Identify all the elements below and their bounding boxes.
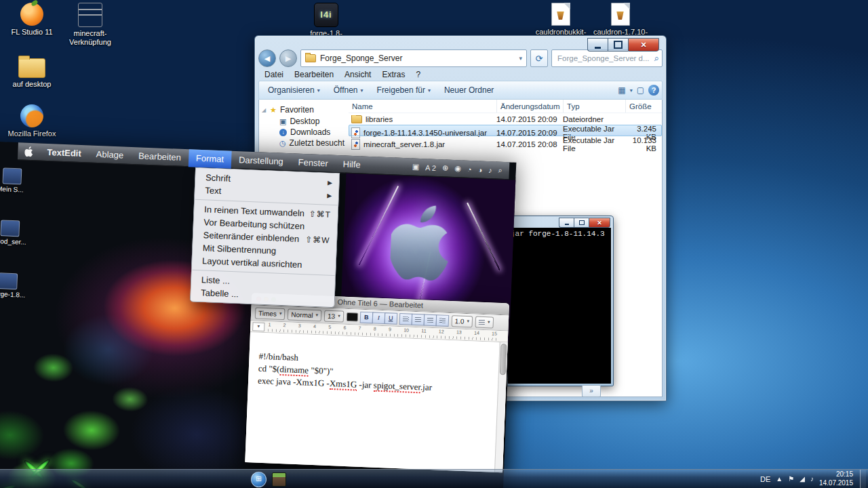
menu-format-active[interactable]: Format [188,149,231,169]
menu-ablage[interactable]: Ablage [88,145,131,164]
freigeben-button[interactable]: Freigeben für▾ [371,84,437,96]
back-button[interactable]: ◀ [258,49,276,67]
file-row[interactable]: libraries 14.07.2015 20:09 Dateiordner [349,113,662,125]
sidebar-favoriten-header[interactable]: ◢ ★ Favoriten [259,104,349,116]
maximize-button[interactable] [574,218,589,228]
forward-button[interactable]: ▶ [279,49,297,67]
mac-desktop-icon[interactable]: Mod_ser... [0,220,35,246]
file-row-selected[interactable]: forge-1.8-11.14.3.1450-universal.jar 14.… [349,125,662,136]
column-header-size[interactable]: Größe [625,100,662,113]
breadcrum-path[interactable]: Forge_Sponge_Server [320,54,402,63]
breadcrumb[interactable]: Forge_Sponge_Server ▾ [300,49,527,67]
mac-desktop-icon[interactable]: forge-1.8... [0,272,33,299]
mac-desktop-icon[interactable]: Mein S... [0,167,37,194]
help-icon[interactable]: ? [648,85,659,96]
neuer-ordner-button[interactable]: Neuer Ordner [438,84,500,96]
paragraph-style-box[interactable]: ▾ [252,322,265,331]
search-input[interactable] [556,54,654,63]
preview-pane-icon[interactable]: ▢ [637,85,644,95]
system-tray: DE ▲ ⚑ ◢ ♪ 20:15 14.07.2015 [760,470,866,488]
italic-button[interactable]: I [372,312,385,324]
oeffnen-button[interactable]: Öffnen▾ [328,84,370,96]
close-button[interactable]: ✕ [589,218,610,228]
misspelled-word: spigot_server [373,380,420,394]
menu-bearbeiten[interactable]: Bearbeiten [290,70,338,79]
start-orb-button[interactable]: ⊞ [251,472,267,487]
volume-icon[interactable]: ♪ [810,475,814,483]
menu-hilfe[interactable]: ? [411,70,425,79]
menu-ansicht[interactable]: Ansicht [340,70,376,79]
bold-button[interactable]: B [359,311,373,323]
menu-datei[interactable]: Datei [260,70,288,79]
action-center-icon[interactable]: ⚑ [788,475,794,483]
menu-darstellung[interactable]: Darstellung [231,150,292,171]
minimize-button[interactable] [559,218,574,228]
list-style-select[interactable]: ▾ [475,316,494,328]
close-button[interactable]: ✕ [628,38,659,52]
expand-chevron[interactable]: » [582,385,601,397]
font-style-select[interactable]: Normal▾ [288,308,321,321]
taskbar-clock[interactable]: 20:15 14.07.2015 [819,470,854,487]
taskbar-minecraft-icon[interactable] [272,472,286,487]
align-center-button[interactable] [411,313,425,325]
show-hidden-icons-button[interactable]: ▲ [776,475,783,483]
sidebar-item-label: Desktop [290,117,319,126]
document-text-area[interactable]: #!/bin/bash cd "$(dirname "$0")" exec ja… [245,332,507,472]
menu-textedit[interactable]: TextEdit [39,143,89,163]
sidebar-item-zuletzt-besucht[interactable]: ◷ Zuletzt besucht [259,138,349,148]
text-color-well[interactable] [347,312,359,321]
close-icon: ✕ [640,41,646,49]
minimize-button[interactable] [587,38,608,52]
align-left-button[interactable] [399,312,412,325]
font-size-select[interactable]: 13▾ [324,310,344,322]
chevron-down-icon: ▾ [316,312,319,318]
address-bar: ◀ ▶ Forge_Sponge_Server ▾ ⟳ ⌕ [258,49,663,67]
maximize-button[interactable] [608,38,628,52]
underline-button[interactable]: U [384,312,397,325]
organisieren-button[interactable]: Organisieren▾ [262,84,326,96]
desktop-icon-firefox[interactable]: Mozilla Firefox [4,104,60,138]
scrollbar-thumb[interactable] [500,344,507,375]
file-icon [0,220,20,237]
menu-bearbeiten[interactable]: Bearbeiten [131,146,189,166]
column-header-name[interactable]: Name [349,100,496,113]
align-justify-button[interactable] [423,314,437,326]
forge-installer-icon: I4i [314,3,338,27]
minimize-icon [595,47,601,49]
chevron-down-icon: ▾ [488,319,490,325]
menu-hilfe[interactable]: Hilfe [335,155,368,174]
button-label: Organisieren [268,85,315,95]
align-right-button[interactable] [435,314,449,327]
file-date: 14.07.2015 20:09 [496,115,563,123]
mac-icon-label: forge-1.8... [0,290,32,299]
desktop-icon-minecraft[interactable]: minecraft-Verknüpfung [62,3,118,47]
sidebar-item-downloads[interactable]: ↓ Downloads [259,127,349,138]
window-controls: ✕ [559,218,610,228]
desktop-icon-fl-studio[interactable]: FL Studio 11 [4,3,60,37]
command-prompt-window[interactable]: ✕ jar forge-1.8-11.14.3 [505,216,614,386]
font-family-select[interactable]: Times▾ [255,307,285,320]
menu-fenster[interactable]: Fenster [290,153,336,173]
menu-extras[interactable]: Extras [377,70,410,79]
search-box[interactable]: ⌕ [551,49,663,67]
column-header-date[interactable]: Änderungsdatum [496,100,563,113]
refresh-button[interactable]: ⟳ [530,49,548,67]
search-icon[interactable]: ⌕ [654,53,659,64]
line-spacing-select[interactable]: 1.0▾ [451,315,473,327]
expander-icon[interactable]: ◢ [262,107,266,113]
apple-menu-icon[interactable] [24,146,35,157]
network-icon[interactable]: ◢ [800,475,805,483]
sidebar-item-desktop[interactable]: ▣ Desktop [259,116,349,127]
button-label: Freigeben für [377,85,425,95]
terminal-output[interactable]: jar forge-1.8-11.14.3 [508,228,611,384]
menu-bar-status-icons[interactable]: ▣A 2⊕◉◔◑♪⌕ [412,163,503,175]
mac-icon-label: Mein S... [0,185,36,194]
change-view-icon[interactable]: ▦ [618,85,625,95]
column-header-type[interactable]: Typ [563,100,625,113]
chevron-down-icon[interactable]: ▾ [630,87,633,94]
desktop-icon-auf-desktop[interactable]: auf desktop [4,54,60,89]
firefox-icon [20,104,43,127]
language-indicator[interactable]: DE [760,475,770,483]
chevron-down-icon[interactable]: ▾ [519,55,522,62]
show-desktop-button[interactable] [860,470,866,488]
